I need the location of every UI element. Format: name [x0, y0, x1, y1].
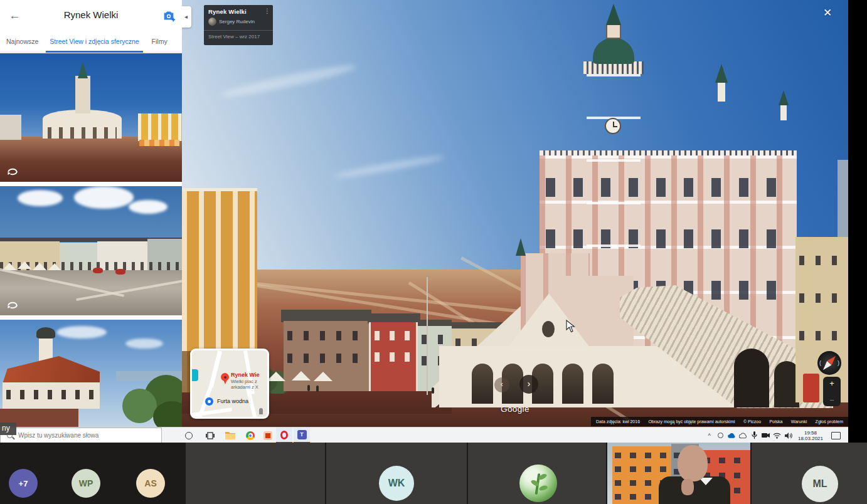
pegman-icon	[259, 408, 263, 414]
teams-meeting-filmstrip: +7 WP AS WK	[0, 443, 867, 504]
office-icon	[263, 431, 272, 440]
mini-map-canvas: Rynek Wie Wielki plac z arkadami z X Fur…	[192, 350, 267, 417]
terms-link[interactable]: Warunki	[791, 419, 807, 424]
windows-taskbar: T ^ 19:58 18.03.2021	[0, 427, 848, 443]
task-view-button[interactable]	[202, 428, 218, 443]
file-explorer-button[interactable]	[222, 428, 238, 443]
tab-najnowsze[interactable]: Najnowsze	[3, 31, 42, 53]
thumb3-windows	[6, 390, 96, 399]
participant-tile-ml[interactable]: ML	[752, 443, 867, 504]
red-tenement	[369, 322, 418, 391]
more-options-icon[interactable]: ⋮	[264, 8, 270, 14]
photo-thumbnail-townhall[interactable]	[0, 53, 182, 182]
pano-prev-arrow[interactable]: ‹	[494, 377, 509, 392]
close-viewer-icon[interactable]: ✕	[823, 6, 832, 19]
pedestrian	[307, 385, 310, 391]
tab-street-view[interactable]: Street View i zdjęcia sferyczne	[46, 31, 142, 53]
participant-avatar-ml: ML	[802, 466, 838, 502]
photo-source-date: Street View – wrz 2017	[208, 34, 260, 39]
thumb1-umbrellas	[139, 140, 179, 146]
onedrive-cloud-icon[interactable]	[728, 431, 736, 439]
map-pin-title: Rynek Wie	[231, 372, 259, 378]
window-row	[375, 331, 412, 340]
video-person-hand	[681, 479, 694, 495]
mini-map[interactable]: Rynek Wie Wielki plac z arkadami z X Fur…	[190, 349, 269, 419]
office-button[interactable]	[260, 428, 276, 443]
author-row[interactable]: Sergey Rudevin	[208, 18, 255, 26]
thumb2-flowers	[115, 269, 125, 275]
cloud	[74, 186, 134, 209]
clock-date: 18.03.2021	[795, 436, 826, 441]
pinnacle-post	[718, 80, 725, 102]
wifi-icon[interactable]	[773, 431, 781, 439]
action-center-icon[interactable]	[831, 432, 841, 439]
sidebar-header: ← Rynek Wielki	[0, 0, 182, 31]
opera-icon	[280, 431, 288, 439]
volume-icon[interactable]	[784, 431, 792, 439]
map-pin-subtitle: Wielki plac z	[231, 379, 257, 384]
map-poi-label: Furta wodna	[217, 398, 248, 404]
sidebar-collapse-button[interactable]: ◂	[182, 6, 191, 28]
zoom-in-button[interactable]: +	[823, 379, 841, 388]
window-row	[375, 352, 412, 362]
tray-app-icon[interactable]	[716, 431, 725, 439]
map-pin-subtitle: arkadami z X	[231, 384, 258, 390]
participant-avatar-wk: WK	[379, 466, 414, 501]
cortana-button[interactable]	[181, 428, 197, 443]
tray-expand-icon[interactable]: ^	[705, 431, 713, 439]
file-explorer-icon	[225, 431, 235, 439]
compass-control[interactable]: ( )	[817, 351, 841, 375]
tab-filmy[interactable]: Filmy	[148, 31, 171, 53]
mouse-cursor	[566, 320, 575, 335]
pedestrian	[432, 387, 434, 394]
window-row	[799, 256, 844, 265]
participant-tile-empty[interactable]	[186, 443, 325, 504]
thumb3-tower-cupola	[36, 327, 55, 339]
thumb1-left-building	[0, 115, 21, 140]
rotate-right-icon[interactable]: )	[838, 360, 839, 366]
participant-avatar-wp[interactable]: WP	[72, 469, 100, 498]
cloud-outline-icon[interactable]	[739, 431, 747, 439]
attribution-date: Data zdjęcia: kwi 2016	[596, 419, 640, 424]
overflow-participants-badge[interactable]: +7	[9, 469, 38, 498]
camera-icon[interactable]	[762, 431, 770, 439]
tower-clock	[605, 118, 621, 134]
participant-avatar-as[interactable]: AS	[136, 469, 165, 498]
thumb1-yellow-building	[138, 113, 182, 141]
photo-tabs: Najnowsze Street View i zdjęcia sferyczn…	[0, 31, 182, 53]
opera-button[interactable]	[276, 428, 292, 443]
video-window-row	[615, 453, 669, 458]
window-row	[287, 354, 365, 363]
pinnacle-post	[780, 104, 787, 120]
search-input[interactable]	[17, 431, 142, 439]
photo-thumbnail-square-panorama[interactable]	[0, 186, 182, 315]
taskbar-clock[interactable]: 19:58 18.03.2021	[795, 430, 826, 441]
participant-tile-wk[interactable]: WK	[326, 443, 467, 504]
thumb3-tree	[122, 389, 157, 423]
pano-next-arrow[interactable]: ›	[519, 375, 538, 394]
report-problem-link[interactable]: Zgłoś problem	[816, 419, 843, 424]
red-vehicle	[803, 374, 819, 402]
participant-tile-plant[interactable]	[468, 443, 606, 504]
participant-tile-video[interactable]	[607, 443, 750, 504]
author-avatar	[208, 18, 216, 26]
plant-leaf	[538, 485, 548, 491]
task-view-icon	[206, 432, 215, 439]
street-view-panorama[interactable]: ◂ Rynek Wielki ⋮ Sergey Rudevin Street V…	[182, 0, 848, 427]
townhall-clock-tower	[587, 74, 641, 287]
360-pano-icon	[6, 167, 19, 177]
rotate-left-icon[interactable]: (	[819, 360, 821, 366]
zoom-control: + −	[823, 377, 841, 406]
microphone-icon[interactable]	[750, 431, 758, 439]
add-photo-camera-icon[interactable]	[162, 9, 176, 23]
chrome-icon	[246, 431, 255, 440]
teams-button[interactable]: T	[294, 428, 310, 443]
chrome-button[interactable]	[242, 428, 258, 443]
360-pano-icon	[6, 300, 19, 310]
stair-arch-opening	[734, 349, 769, 407]
photo-thumbnail-church-aerial[interactable]	[0, 320, 182, 427]
tower-lantern	[606, 24, 621, 39]
arcade-arch	[472, 364, 493, 404]
zoom-out-button[interactable]: −	[823, 396, 841, 405]
taskbar-search-box[interactable]	[0, 428, 162, 443]
